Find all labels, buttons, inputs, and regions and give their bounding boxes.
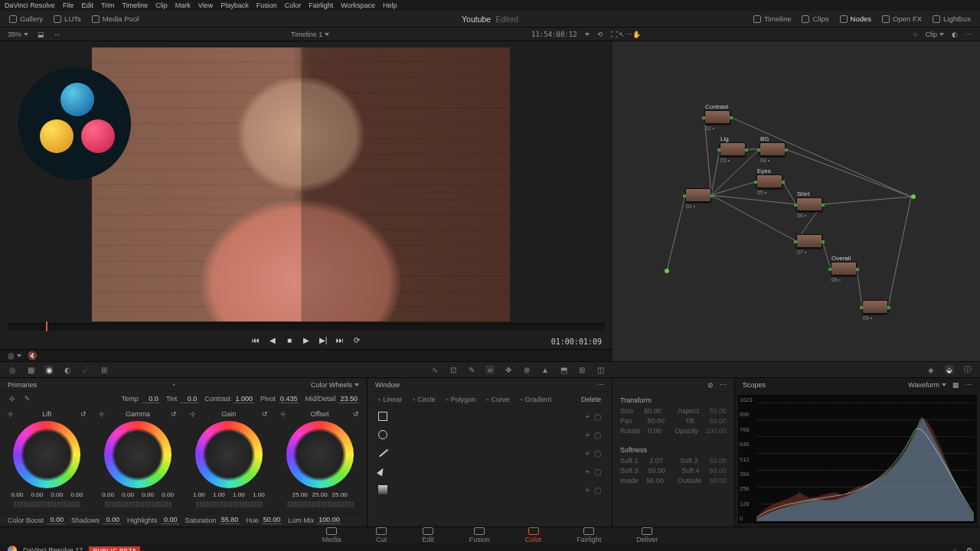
- refresh-icon[interactable]: ⟲: [597, 31, 603, 38]
- offset-wheel[interactable]: [286, 421, 354, 488]
- info-icon[interactable]: ⓘ: [963, 365, 972, 374]
- node-07[interactable]: 07 ▪: [796, 234, 822, 248]
- wheels-mode-dropdown[interactable]: Color Wheels: [311, 381, 359, 389]
- shape-tab-circle[interactable]: ▫Circle: [413, 396, 435, 403]
- remove-icon[interactable]: ▢: [594, 431, 601, 439]
- menu-playback[interactable]: Playback: [220, 2, 249, 9]
- loop-icon[interactable]: ⟳: [352, 335, 361, 344]
- gamma-jog[interactable]: [104, 501, 172, 507]
- menu-davinciresolve[interactable]: DaVinci Resolve: [5, 2, 55, 9]
- play-icon[interactable]: ▶: [302, 335, 311, 344]
- shape-slot-0[interactable]: +▢: [368, 407, 612, 425]
- scope-mode-dropdown[interactable]: Waveform: [908, 381, 946, 389]
- wheel-value[interactable]: 0.00: [68, 491, 85, 498]
- page-tab-edit[interactable]: Edit: [416, 526, 440, 545]
- window-icon[interactable]: ○: [485, 365, 495, 374]
- wheel-value[interactable]: 0.00: [48, 491, 65, 498]
- wheel-picker-icon[interactable]: ⊹: [190, 410, 196, 418]
- warper-icon[interactable]: ⊡: [449, 365, 458, 374]
- menu-clip[interactable]: Clip: [155, 2, 168, 9]
- menu-workspace[interactable]: Workspace: [341, 2, 375, 9]
- wheel-value[interactable]: 0.00: [139, 491, 156, 498]
- menu-color[interactable]: Color: [285, 2, 302, 9]
- menu-help[interactable]: Help: [383, 2, 397, 9]
- menu-file[interactable]: File: [63, 2, 74, 9]
- node-09[interactable]: 09 ▪: [862, 300, 888, 314]
- page-tab-color[interactable]: Color: [519, 526, 548, 545]
- picker-icon[interactable]: ⊹: [8, 394, 17, 403]
- gain-jog[interactable]: [195, 501, 263, 507]
- timeline-icon[interactable]: Timeline: [753, 15, 792, 23]
- remove-icon[interactable]: ▢: [594, 486, 601, 494]
- add-icon[interactable]: +: [585, 468, 590, 476]
- remove-icon[interactable]: ▢: [594, 412, 601, 421]
- menu-fairlight[interactable]: Fairlight: [309, 2, 333, 9]
- key-icon[interactable]: ⬒: [559, 365, 568, 374]
- reset-icon[interactable]: ⊘: [707, 381, 714, 389]
- wheel-value[interactable]: 1.00: [191, 491, 207, 498]
- node-04[interactable]: BG04 ▪: [760, 142, 786, 156]
- home-icon[interactable]: ⌂: [953, 546, 957, 551]
- wheel-picker-icon[interactable]: ⊹: [99, 410, 105, 418]
- menu-timeline[interactable]: Timeline: [122, 2, 149, 9]
- tracking-icon[interactable]: ✥: [504, 365, 513, 374]
- timeline-ruler[interactable]: [8, 323, 605, 331]
- shape-slot-2[interactable]: +▢: [368, 444, 612, 462]
- step-fwd-icon[interactable]: ▶|: [318, 335, 328, 344]
- shape-tab-polygon[interactable]: ▫Polygon: [446, 396, 475, 403]
- wheel-reset-icon[interactable]: ↺: [353, 410, 359, 418]
- zoom-dropdown[interactable]: 35%: [8, 31, 28, 38]
- step-back-icon[interactable]: ◀: [268, 335, 277, 344]
- wheel-value[interactable]: 1.00: [230, 491, 247, 498]
- wheel-value[interactable]: 0.00: [159, 491, 176, 498]
- menu-view[interactable]: View: [198, 2, 213, 9]
- page-tab-cut[interactable]: Cut: [370, 526, 393, 545]
- lummix-value[interactable]: 100.00: [317, 516, 341, 524]
- color-checker-icon[interactable]: ▦: [26, 365, 35, 374]
- contrast-value[interactable]: 1.000: [234, 395, 254, 403]
- auto-icon[interactable]: ✎: [23, 394, 32, 403]
- add-icon[interactable]: +: [585, 431, 590, 439]
- delete-button[interactable]: Delete: [581, 396, 601, 403]
- wheel-value[interactable]: 0.00: [100, 491, 116, 498]
- offset-jog[interactable]: [286, 501, 354, 507]
- scope-layout-icon[interactable]: ▦: [952, 381, 959, 389]
- tint-value[interactable]: 0.0: [180, 395, 198, 403]
- shape-slot-4[interactable]: +▢: [368, 481, 612, 499]
- add-icon[interactable]: +: [585, 412, 590, 421]
- camera-raw-icon[interactable]: ◎: [8, 365, 17, 374]
- menu-fusion[interactable]: Fusion: [256, 2, 277, 9]
- add-icon[interactable]: +: [585, 486, 590, 494]
- remove-icon[interactable]: ▢: [594, 449, 601, 458]
- highlights-value[interactable]: 0.00: [161, 516, 179, 524]
- keyframe-icon[interactable]: ◈: [926, 365, 936, 374]
- node-graph[interactable]: 01 ▪Contrast02 ▪Lig03 ▪BG04 ▪Eyes05 ▪Shi…: [612, 41, 980, 361]
- wheel-reset-icon[interactable]: ↺: [171, 410, 177, 418]
- wheel-value[interactable]: 1.00: [211, 491, 227, 498]
- wheel-reset-icon[interactable]: ↺: [80, 410, 87, 418]
- clip-mode-dropdown[interactable]: Clip: [925, 31, 944, 38]
- color-wheels-icon[interactable]: ◉: [44, 365, 54, 374]
- pivot-value[interactable]: 0.435: [279, 395, 299, 403]
- node-05[interactable]: Eyes05 ▪: [756, 174, 782, 188]
- curves-icon[interactable]: ∿: [430, 365, 439, 374]
- more-icon[interactable]: ⋯: [720, 381, 727, 389]
- node-03[interactable]: Lig03 ▪: [720, 142, 746, 156]
- shape-tab-gradient[interactable]: ▫Gradient: [520, 396, 551, 403]
- lightbox-icon[interactable]: Lightbox: [933, 15, 971, 23]
- shape-slot-1[interactable]: +▢: [368, 425, 612, 444]
- hand-icon[interactable]: ✋: [632, 31, 641, 38]
- clips-icon[interactable]: Clips: [802, 15, 828, 23]
- lift-jog[interactable]: [13, 501, 80, 507]
- middetail-value[interactable]: 23.50: [338, 395, 359, 403]
- wheel-value[interactable]: 0.00: [119, 491, 136, 498]
- luts-icon[interactable]: LUTs: [54, 15, 81, 23]
- add-icon[interactable]: +: [585, 449, 590, 458]
- wheel-value[interactable]: 1.00: [250, 491, 267, 498]
- sizing-icon[interactable]: ⊞: [577, 365, 586, 374]
- wheel-value[interactable]: 25.00: [332, 491, 348, 498]
- output-icon[interactable]: [911, 194, 916, 199]
- node-01[interactable]: 01 ▪: [685, 188, 711, 202]
- timeline-dropdown[interactable]: Timeline 1: [291, 31, 329, 38]
- remove-icon[interactable]: ▢: [594, 468, 601, 476]
